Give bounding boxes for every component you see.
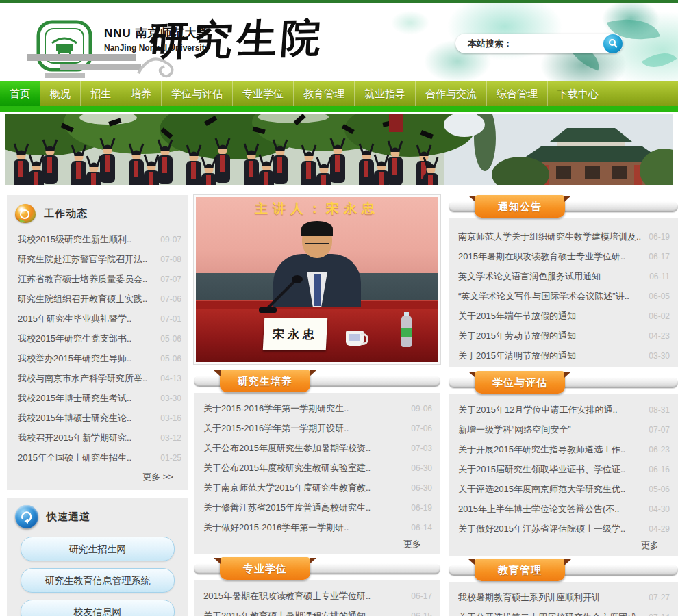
news-item[interactable]: 江苏省教育硕士培养质量委员会.. 07-07 — [7, 269, 188, 289]
news-item[interactable]: 关于做好2015-2016学年第一学期研.. 06-14 — [194, 517, 440, 537]
news-item[interactable]: 我校2015级研究生新生顺利.. 09-07 — [7, 229, 188, 249]
news-item-date: 06-05 — [649, 292, 670, 301]
search-box: 本站搜索： — [455, 34, 623, 53]
water-bottle — [401, 316, 412, 347]
news-item[interactable]: 关于公布2015年度研究生参加暑期学校资.. 07-03 — [194, 438, 440, 458]
news-item-date: 06-19 — [649, 232, 670, 242]
news-item-date: 04-29 — [649, 524, 670, 534]
section-training: 研究生培养 关于2015-2016学年第一学期研究生.. 09-06 关于201… — [194, 370, 440, 554]
news-item[interactable]: 研究生院组织召开教育硕士实践.. 07-06 — [7, 289, 188, 309]
news-item[interactable]: 我校2015年研究生党支部书.. 05-06 — [7, 329, 188, 348]
news-item[interactable]: 英文学术论文语言润色服务试用通知 06-11 — [449, 266, 678, 286]
news-item[interactable]: 2015年暑期在职攻读教育硕士专业学位研.. 06-17 — [194, 586, 440, 606]
news-item-title: 关于公布2015年度校研究生教研实验室建.. — [203, 462, 371, 474]
news-item[interactable]: 关于修善江苏省2015年度普通高校研究生.. 06-19 — [194, 498, 440, 517]
news-item-date: 07-01 — [160, 314, 181, 324]
management-panel: 我校暑期教育硕士系列讲座顺利开讲 07-27 关于公开选拔第二十四届校研究生会主… — [449, 582, 678, 616]
work-news-panel: 工作动态 我校2015级研究生新生顺利.. 09-07 研究生院赴江苏警官学院召… — [7, 195, 188, 490]
news-item-title: 江苏省教育硕士培养质量委员会.. — [18, 273, 147, 285]
news-item-title: 英文学术论文语言润色服务试用通知 — [458, 270, 601, 283]
news-item[interactable]: 我校与南京市水产科学研究所举.. 04-13 — [7, 368, 188, 388]
news-item-title: 关于2015-2016学年第一学期开设研.. — [203, 422, 349, 435]
nav-item[interactable]: 合作与交流 — [415, 81, 486, 106]
circular-arrow-icon — [15, 505, 38, 528]
news-item[interactable]: 关于2015年端午节放假的通知 06-02 — [449, 306, 678, 326]
news-item-date: 06-14 — [411, 523, 432, 532]
news-item-title: 我校举办2015年研究生导师.. — [18, 352, 131, 365]
news-item[interactable]: “英文学术论文写作与国际学术会议陈述”讲.. 06-05 — [449, 286, 678, 306]
news-item-date: 05-06 — [160, 354, 181, 363]
nav-item[interactable]: 培养 — [121, 81, 161, 106]
quick-link-button[interactable]: 校友信息网 — [21, 600, 175, 616]
right-column: 通知公告 南京师范大学关于组织研究生数学建模培训及.. 06-19 2015年暑… — [449, 195, 678, 616]
news-item[interactable]: 关于做好2015年江苏省评估院硕士一级学.. 04-29 — [449, 519, 678, 539]
nav-item[interactable]: 学位与评估 — [161, 81, 232, 106]
news-item[interactable]: 关于2015年12月学位申请工作安排的通.. 08-31 — [449, 400, 678, 420]
news-item[interactable]: 2015年暑期在职攻读教育硕士专业学位研.. 06-17 — [449, 246, 678, 266]
nav-item[interactable]: 就业指导 — [354, 81, 415, 106]
more-link[interactable]: 更多 — [403, 539, 421, 549]
section-management: 教育管理 我校暑期教育硕士系列讲座顺利开讲 07-27 关于公开选拔第二十四届校… — [449, 559, 678, 616]
news-item-date: 03-12 — [160, 433, 181, 443]
news-item-title: 关于开展2015年研究生指导教师遴选工作.. — [458, 444, 625, 456]
news-item-date: 03-16 — [160, 413, 181, 423]
news-item[interactable]: 关于开展2015年研究生指导教师遴选工作.. 06-23 — [449, 439, 678, 459]
nav-item[interactable]: 综合管理 — [486, 81, 547, 106]
search-input[interactable] — [512, 34, 603, 53]
news-item-date: 07-06 — [160, 294, 181, 304]
news-item[interactable]: 关于南京师范大学2015年度研究生教育教.. 06-30 — [194, 478, 440, 498]
degree-more-row: 更多 — [449, 539, 678, 554]
news-item-title: 关于修善江苏省2015年度普通高校研究生.. — [203, 502, 371, 514]
quick-link-button[interactable]: 研究生教育信息管理系统 — [21, 568, 175, 593]
middle-column: 主讲人：宋永忠 宋永忠 研究生培养 — [194, 195, 440, 616]
section-title-degree: 学位与评估 — [475, 371, 565, 394]
training-more-row: 更多 — [194, 537, 440, 553]
nav-item[interactable]: 概况 — [40, 81, 80, 106]
quick-link-button[interactable]: 研究生招生网 — [21, 537, 175, 561]
nav-item[interactable]: 招生 — [80, 81, 121, 106]
news-item[interactable]: 新增一级学科“网络空间安全” 07-07 — [449, 420, 678, 439]
news-item-title: “英文学术论文写作与国际学术会议陈述”讲.. — [458, 290, 629, 303]
more-link[interactable]: 更多 — [641, 540, 659, 550]
quick-links-title: 快速通道 — [47, 511, 90, 524]
section-header-bar: 专业学位 — [194, 557, 440, 580]
section-header-bar: 研究生培养 — [194, 370, 440, 393]
news-item[interactable]: 我校举办2015年研究生导师.. 05-06 — [7, 348, 188, 368]
news-item[interactable]: 关于2015届研究生领取毕业证书、学位证.. 06-16 — [449, 459, 678, 479]
news-item-title: 我校2015年博硕士研究生论.. — [18, 412, 131, 424]
nav-item[interactable]: 下载中心 — [547, 81, 608, 106]
news-item-title: 2015年暑期在职攻读教育硕士专业学位研.. — [458, 251, 625, 263]
news-item[interactable]: 我校2015年博硕士研究生论.. 03-16 — [7, 408, 188, 428]
news-item[interactable]: 关于2015-2016学年第一学期研究生.. 09-06 — [194, 398, 440, 418]
main-nav: 首页概况招生培养学位与评估专业学位教育管理就业指导合作与交流综合管理下载中心 — [0, 81, 678, 106]
news-item-title: 关于公布2015年度研究生参加暑期学校资.. — [203, 442, 371, 454]
lecture-photo[interactable]: 主讲人：宋永忠 宋永忠 — [194, 195, 440, 364]
news-item-title: 2015年研究生毕业典礼暨学.. — [18, 313, 131, 325]
news-item[interactable]: 关于公开选拔第二十四届校研究生会主席团成.. 07-14 — [449, 607, 678, 616]
search-button[interactable] — [603, 34, 623, 53]
news-item[interactable]: 我校召开2015年新学期研究.. 03-12 — [7, 428, 188, 448]
news-item[interactable]: 南京师范大学关于组织研究生数学建模培训及.. 06-19 — [449, 227, 678, 246]
news-item-title: 关于2015年清明节放假的通知 — [458, 350, 576, 362]
news-item[interactable]: 研究生院赴江苏警官学院召开法.. 07-08 — [7, 249, 188, 269]
news-item[interactable]: 关于评选2015年度南京师范大学研究生优.. 05-06 — [449, 479, 678, 499]
news-item[interactable]: 关于2015-2016学年第一学期开设研.. 07-06 — [194, 418, 440, 438]
news-item[interactable]: 关于2015年劳动节放假的通知 04-23 — [449, 326, 678, 346]
nav-item[interactable]: 专业学位 — [232, 81, 293, 106]
news-item[interactable]: 我校2015年博士研究生考试.. 03-30 — [7, 388, 188, 408]
news-item[interactable]: 2015年研究生毕业典礼暨学.. 07-01 — [7, 309, 188, 329]
news-item[interactable]: 2015年全国硕士研究生招生.. 01-25 — [7, 448, 188, 467]
news-item[interactable]: 关于公布2015年度校研究生教研实验室建.. 06-30 — [194, 458, 440, 478]
news-item-date: 06-30 — [411, 463, 432, 473]
news-item[interactable]: 关于2015年教育硕士暑期课程安排的通知 06-15 — [194, 606, 440, 616]
news-item[interactable]: 2015年上半年博士学位论文答辩公告(不.. 04-30 — [449, 499, 678, 519]
news-item[interactable]: 关于2015年清明节放假的通知 03-30 — [449, 346, 678, 365]
news-item-date: 04-30 — [649, 504, 670, 514]
news-item-title: 关于2015年端午节放假的通知 — [458, 310, 576, 322]
nav-item[interactable]: 教育管理 — [293, 81, 354, 106]
quick-links-panel: 快速通道 研究生招生网研究生教育信息管理系统校友信息网 — [7, 498, 188, 616]
more-link[interactable]: 更多 >> — [142, 472, 173, 482]
nav-item[interactable]: 首页 — [0, 81, 40, 106]
section-header-bar: 学位与评估 — [449, 371, 678, 394]
news-item[interactable]: 我校暑期教育硕士系列讲座顺利开讲 07-27 — [449, 587, 678, 607]
